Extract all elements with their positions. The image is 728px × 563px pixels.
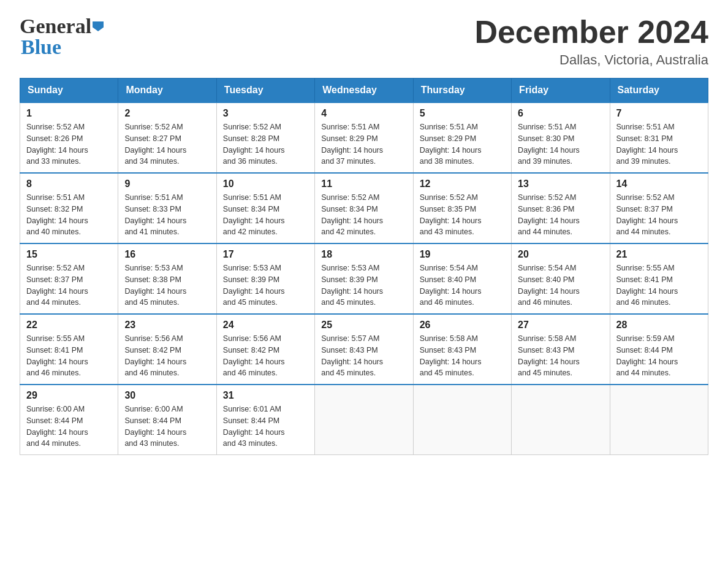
day-number: 27 <box>518 320 603 331</box>
day-number: 23 <box>124 320 210 331</box>
day-info: Sunrise: 5:52 AMSunset: 8:37 PMDaylight:… <box>26 262 112 308</box>
calendar-cell <box>413 385 511 455</box>
day-number: 22 <box>26 320 112 331</box>
calendar-cell: 28Sunrise: 5:59 AMSunset: 8:44 PMDayligh… <box>610 314 708 385</box>
day-number: 15 <box>26 249 112 260</box>
calendar-cell: 30Sunrise: 6:00 AMSunset: 8:44 PMDayligh… <box>118 385 216 455</box>
day-info: Sunrise: 5:52 AMSunset: 8:28 PMDaylight:… <box>223 121 308 167</box>
day-number: 4 <box>321 108 406 119</box>
day-info: Sunrise: 5:52 AMSunset: 8:34 PMDaylight:… <box>321 192 406 238</box>
week-row-5: 29Sunrise: 6:00 AMSunset: 8:44 PMDayligh… <box>20 385 708 455</box>
day-info: Sunrise: 5:55 AMSunset: 8:41 PMDaylight:… <box>26 333 112 379</box>
day-info: Sunrise: 5:58 AMSunset: 8:43 PMDaylight:… <box>518 333 603 379</box>
calendar-cell <box>315 385 413 455</box>
day-info: Sunrise: 6:00 AMSunset: 8:44 PMDaylight:… <box>26 404 112 450</box>
day-number: 29 <box>26 390 112 401</box>
day-info: Sunrise: 5:52 AMSunset: 8:36 PMDaylight:… <box>518 192 603 238</box>
calendar-cell: 14Sunrise: 5:52 AMSunset: 8:37 PMDayligh… <box>610 173 708 243</box>
calendar-cell: 8Sunrise: 5:51 AMSunset: 8:32 PMDaylight… <box>20 173 118 243</box>
day-number: 1 <box>26 108 112 119</box>
day-info: Sunrise: 5:53 AMSunset: 8:39 PMDaylight:… <box>223 262 308 308</box>
day-number: 11 <box>321 178 406 190</box>
day-number: 25 <box>321 320 406 331</box>
calendar-cell: 17Sunrise: 5:53 AMSunset: 8:39 PMDayligh… <box>216 243 314 314</box>
calendar-cell: 26Sunrise: 5:58 AMSunset: 8:43 PMDayligh… <box>413 314 511 385</box>
day-number: 7 <box>616 108 702 119</box>
week-row-3: 15Sunrise: 5:52 AMSunset: 8:37 PMDayligh… <box>20 243 708 314</box>
day-header-monday: Monday <box>118 79 216 103</box>
calendar-cell: 21Sunrise: 5:55 AMSunset: 8:41 PMDayligh… <box>610 243 708 314</box>
day-number: 21 <box>616 249 702 260</box>
day-info: Sunrise: 5:51 AMSunset: 8:31 PMDaylight:… <box>616 121 702 167</box>
calendar-cell: 13Sunrise: 5:52 AMSunset: 8:36 PMDayligh… <box>512 173 610 243</box>
calendar-cell: 9Sunrise: 5:51 AMSunset: 8:33 PMDaylight… <box>118 173 216 243</box>
logo-blue-text: Blue <box>21 36 61 58</box>
day-info: Sunrise: 5:51 AMSunset: 8:29 PMDaylight:… <box>420 121 505 167</box>
calendar-cell: 23Sunrise: 5:56 AMSunset: 8:42 PMDayligh… <box>118 314 216 385</box>
day-number: 14 <box>616 178 702 190</box>
day-number: 18 <box>321 249 406 260</box>
day-info: Sunrise: 5:56 AMSunset: 8:42 PMDaylight:… <box>223 333 308 379</box>
logo-flag-icon <box>93 21 104 31</box>
day-number: 13 <box>518 178 603 190</box>
calendar-header-row: SundayMondayTuesdayWednesdayThursdayFrid… <box>20 79 708 103</box>
calendar-cell: 11Sunrise: 5:52 AMSunset: 8:34 PMDayligh… <box>315 173 413 243</box>
day-number: 12 <box>420 178 505 190</box>
calendar-cell: 24Sunrise: 5:56 AMSunset: 8:42 PMDayligh… <box>216 314 314 385</box>
day-number: 19 <box>420 249 505 260</box>
day-number: 3 <box>223 108 308 119</box>
day-header-wednesday: Wednesday <box>315 79 413 103</box>
logo-general-text: General <box>20 15 91 38</box>
day-number: 10 <box>223 178 308 190</box>
day-info: Sunrise: 5:51 AMSunset: 8:30 PMDaylight:… <box>518 121 603 167</box>
day-number: 9 <box>124 178 210 190</box>
location-text: Dallas, Victoria, Australia <box>474 52 708 68</box>
day-info: Sunrise: 5:56 AMSunset: 8:42 PMDaylight:… <box>124 333 210 379</box>
day-info: Sunrise: 5:54 AMSunset: 8:40 PMDaylight:… <box>518 262 603 308</box>
week-row-2: 8Sunrise: 5:51 AMSunset: 8:32 PMDaylight… <box>20 173 708 243</box>
day-info: Sunrise: 5:52 AMSunset: 8:27 PMDaylight:… <box>124 121 210 167</box>
calendar-cell: 22Sunrise: 5:55 AMSunset: 8:41 PMDayligh… <box>20 314 118 385</box>
calendar-cell: 29Sunrise: 6:00 AMSunset: 8:44 PMDayligh… <box>20 385 118 455</box>
calendar-cell: 2Sunrise: 5:52 AMSunset: 8:27 PMDaylight… <box>118 102 216 173</box>
day-info: Sunrise: 5:51 AMSunset: 8:33 PMDaylight:… <box>124 192 210 238</box>
calendar-cell: 5Sunrise: 5:51 AMSunset: 8:29 PMDaylight… <box>413 102 511 173</box>
day-number: 20 <box>518 249 603 260</box>
calendar-cell: 18Sunrise: 5:53 AMSunset: 8:39 PMDayligh… <box>315 243 413 314</box>
day-info: Sunrise: 5:51 AMSunset: 8:29 PMDaylight:… <box>321 121 406 167</box>
calendar-cell: 10Sunrise: 5:51 AMSunset: 8:34 PMDayligh… <box>216 173 314 243</box>
day-info: Sunrise: 6:00 AMSunset: 8:44 PMDaylight:… <box>124 404 210 450</box>
day-info: Sunrise: 5:51 AMSunset: 8:34 PMDaylight:… <box>223 192 308 238</box>
calendar-table: SundayMondayTuesdayWednesdayThursdayFrid… <box>20 78 708 455</box>
day-header-friday: Friday <box>512 79 610 103</box>
calendar-cell: 7Sunrise: 5:51 AMSunset: 8:31 PMDaylight… <box>610 102 708 173</box>
calendar-cell: 1Sunrise: 5:52 AMSunset: 8:26 PMDaylight… <box>20 102 118 173</box>
calendar-cell: 15Sunrise: 5:52 AMSunset: 8:37 PMDayligh… <box>20 243 118 314</box>
calendar-cell: 16Sunrise: 5:53 AMSunset: 8:38 PMDayligh… <box>118 243 216 314</box>
day-info: Sunrise: 5:54 AMSunset: 8:40 PMDaylight:… <box>420 262 505 308</box>
day-number: 6 <box>518 108 603 119</box>
calendar-cell: 12Sunrise: 5:52 AMSunset: 8:35 PMDayligh… <box>413 173 511 243</box>
calendar-cell: 31Sunrise: 6:01 AMSunset: 8:44 PMDayligh… <box>216 385 314 455</box>
calendar-cell: 6Sunrise: 5:51 AMSunset: 8:30 PMDaylight… <box>512 102 610 173</box>
day-info: Sunrise: 5:52 AMSunset: 8:26 PMDaylight:… <box>26 121 112 167</box>
day-info: Sunrise: 5:59 AMSunset: 8:44 PMDaylight:… <box>616 333 702 379</box>
calendar-cell: 25Sunrise: 5:57 AMSunset: 8:43 PMDayligh… <box>315 314 413 385</box>
page-header: General Blue December 2024 Dallas, Victo… <box>20 15 708 68</box>
day-info: Sunrise: 5:51 AMSunset: 8:32 PMDaylight:… <box>26 192 112 238</box>
day-header-thursday: Thursday <box>413 79 511 103</box>
calendar-cell: 27Sunrise: 5:58 AMSunset: 8:43 PMDayligh… <box>512 314 610 385</box>
week-row-1: 1Sunrise: 5:52 AMSunset: 8:26 PMDaylight… <box>20 102 708 173</box>
day-info: Sunrise: 6:01 AMSunset: 8:44 PMDaylight:… <box>223 404 308 450</box>
calendar-cell <box>610 385 708 455</box>
day-info: Sunrise: 5:52 AMSunset: 8:37 PMDaylight:… <box>616 192 702 238</box>
week-row-4: 22Sunrise: 5:55 AMSunset: 8:41 PMDayligh… <box>20 314 708 385</box>
title-section: December 2024 Dallas, Victoria, Australi… <box>474 15 708 68</box>
calendar-cell: 20Sunrise: 5:54 AMSunset: 8:40 PMDayligh… <box>512 243 610 314</box>
day-number: 30 <box>124 390 210 401</box>
month-title: December 2024 <box>474 15 708 50</box>
day-number: 5 <box>420 108 505 119</box>
day-info: Sunrise: 5:57 AMSunset: 8:43 PMDaylight:… <box>321 333 406 379</box>
day-number: 24 <box>223 320 308 331</box>
day-number: 26 <box>420 320 505 331</box>
